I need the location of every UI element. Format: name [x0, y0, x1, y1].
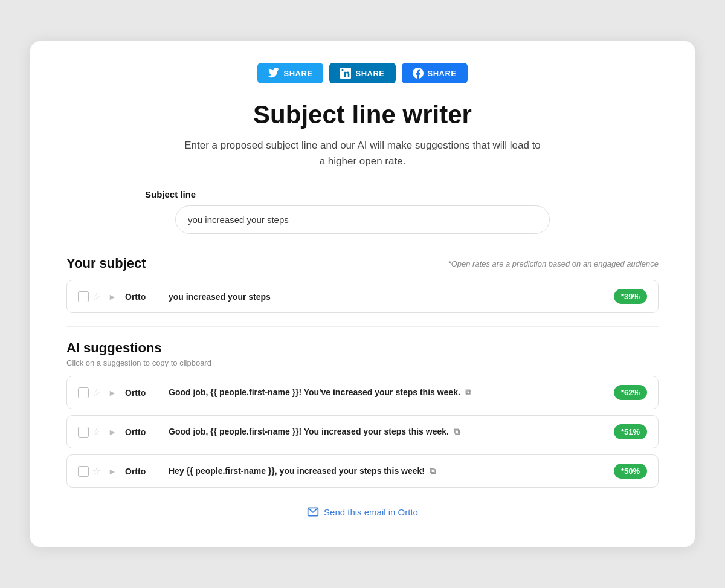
your-subject-title: Your subject [66, 256, 146, 271]
linkedin-share-button[interactable]: SHARE [329, 63, 395, 83]
star-icon-2[interactable]: ☆ [92, 427, 103, 438]
facebook-icon [413, 68, 424, 79]
ai-section-subtitle: Click on a suggestion to copy to clipboa… [66, 358, 659, 367]
copy-icon-2[interactable]: ⧉ [454, 427, 460, 436]
rate-badge-3: *50% [614, 464, 647, 479]
your-subject-row[interactable]: ☆ ► Ortto you increased your steps *39% [66, 280, 659, 313]
row-icons: ☆ ► [78, 291, 118, 302]
star-icon[interactable]: ☆ [92, 291, 103, 302]
ai-suggestions-section: AI suggestions Click on a suggestion to … [66, 340, 659, 488]
facebook-share-button[interactable]: SHARE [402, 63, 468, 83]
main-card: SHARE SHARE SHARE Subject line writer En… [30, 41, 695, 547]
row-icons-2: ☆ ► [78, 427, 118, 438]
checkbox-icon-2[interactable] [78, 427, 89, 438]
subject-label: Subject line [145, 189, 196, 199]
ai-suggestion-row-3[interactable]: ☆ ► Ortto Hey {{ people.first-name }}, y… [66, 454, 659, 488]
star-icon-1[interactable]: ☆ [92, 387, 103, 398]
rate-badge-2: *51% [614, 424, 647, 439]
email-subject-2: Good job, {{ people.first-name }}! You i… [169, 427, 607, 437]
footer: Send this email in Ortto [66, 506, 659, 518]
share-buttons-row: SHARE SHARE SHARE [66, 63, 659, 83]
star-icon-3[interactable]: ☆ [92, 466, 103, 477]
sender-name-2: Ortto [125, 427, 161, 437]
twitter-icon [268, 68, 279, 79]
open-rate-note: *Open rates are a prediction based on an… [448, 259, 659, 268]
checkbox-icon[interactable] [78, 291, 89, 302]
forward-icon-1[interactable]: ► [107, 387, 118, 398]
row-icons-1: ☆ ► [78, 387, 118, 398]
checkbox-icon-1[interactable] [78, 387, 89, 398]
your-subject-header: Your subject *Open rates are a predictio… [66, 256, 659, 271]
subject-input[interactable] [175, 205, 550, 234]
copy-icon-3[interactable]: ⧉ [430, 466, 436, 476]
forward-icon-3[interactable]: ► [107, 466, 118, 477]
twitter-share-label: SHARE [283, 69, 312, 78]
ortto-link[interactable]: Send this email in Ortto [307, 506, 418, 518]
email-subject-3: Hey {{ people.first-name }}, you increas… [169, 466, 607, 476]
linkedin-share-label: SHARE [355, 69, 384, 78]
email-subject-1: Good job, {{ people.first-name }}! You'v… [169, 387, 607, 398]
rate-badge-1: *62% [614, 385, 647, 400]
twitter-share-button[interactable]: SHARE [257, 63, 323, 83]
ai-suggestion-row-1[interactable]: ☆ ► Ortto Good job, {{ people.first-name… [66, 376, 659, 409]
sender-name-1: Ortto [125, 388, 161, 398]
linkedin-icon [340, 68, 351, 79]
checkbox-icon-3[interactable] [78, 466, 89, 477]
ai-section-title: AI suggestions [66, 340, 659, 356]
divider [66, 326, 659, 327]
ai-suggestion-row-2[interactable]: ☆ ► Ortto Good job, {{ people.first-name… [66, 415, 659, 448]
mail-icon [307, 506, 319, 518]
sender-name-3: Ortto [125, 467, 161, 476]
footer-link-text: Send this email in Ortto [324, 507, 418, 517]
subject-form: Subject line [66, 189, 659, 234]
row-icons-3: ☆ ► [78, 466, 118, 477]
sender-name: Ortto [125, 292, 161, 302]
forward-icon-2[interactable]: ► [107, 427, 118, 438]
forward-icon[interactable]: ► [107, 291, 118, 302]
facebook-share-label: SHARE [428, 69, 457, 78]
copy-icon-1[interactable]: ⧉ [465, 387, 471, 397]
email-subject-text: you increased your steps [169, 292, 607, 302]
rate-badge: *39% [614, 289, 647, 304]
page-title: Subject line writer [66, 100, 659, 129]
page-subtitle: Enter a proposed subject line and our AI… [181, 138, 544, 169]
